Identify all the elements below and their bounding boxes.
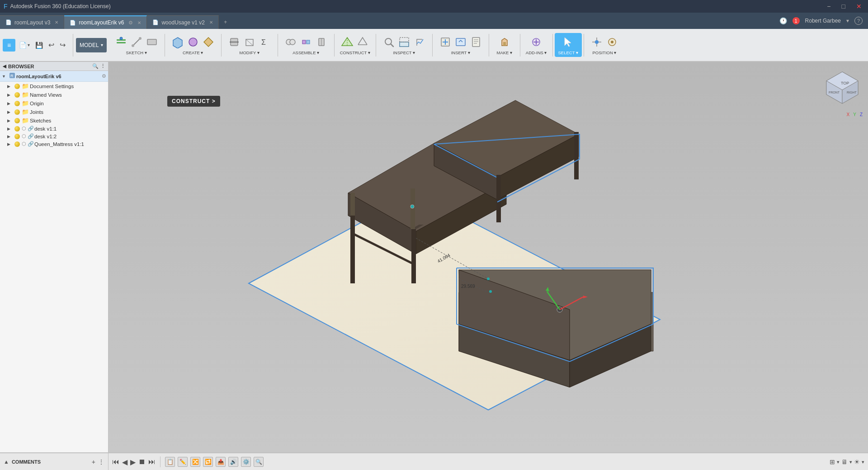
timeline-action-8[interactable]: 🔍	[254, 457, 264, 467]
playback-prev-button[interactable]: ◀	[122, 458, 127, 466]
browser-mattress[interactable]: ▶ ⬡ 🔗 Queen_Mattress v1:1	[0, 140, 108, 148]
tab-roomlayouterik-v6[interactable]: 📄 roomLayoutErik v6 ⚙ ✕	[64, 15, 147, 29]
position-section[interactable]: POSITION ▾	[586, 33, 623, 57]
svg-text:FRONT: FRONT	[829, 91, 840, 94]
axis-x-label: X	[847, 112, 850, 117]
timeline-action-4[interactable]: 🔁	[203, 457, 213, 467]
tab-close-button[interactable]: ✕	[55, 20, 58, 25]
browser-root-item[interactable]: ▼ R roomLayoutErik v6 ⚙	[0, 71, 108, 82]
tab-close-3-button[interactable]: ✕	[209, 20, 213, 25]
toolbar: ≡ 📄▾ 💾 ↩ ↪ MODEL ▾	[0, 29, 868, 61]
comments-bar: ▲ COMMENTS + ⋮	[0, 453, 108, 470]
desk2-link-icon: 🔗	[28, 133, 34, 139]
modify-section[interactable]: Σ MODIFY ▾	[223, 33, 276, 57]
browser-collapse-icon[interactable]: ◀	[3, 64, 6, 69]
browser-origin[interactable]: ▶ 📁 Origin	[0, 99, 108, 108]
mattress-label: Queen_Mattress v1:1	[34, 141, 106, 147]
browser-desk-2[interactable]: ▶ ⬡ 🔗 desk v1:2	[0, 132, 108, 140]
maximize-button[interactable]: □	[839, 2, 848, 11]
save-button[interactable]: 💾	[33, 41, 45, 50]
undo-button[interactable]: ↩	[47, 40, 56, 50]
close-button[interactable]: ✕	[854, 2, 864, 11]
browser-header: ◀ BROWSER 🔍 ⋮	[0, 62, 108, 71]
user-dropdown-icon[interactable]: ▾	[846, 18, 849, 24]
tab-settings-icon[interactable]: ⚙	[128, 20, 133, 26]
viewcube[interactable]: TOP FRONT RIGHT X Y Z	[822, 67, 863, 108]
browser-search-icon[interactable]: 🔍	[92, 63, 99, 69]
tab-add-button[interactable]: +	[219, 15, 232, 29]
grid-icon[interactable]: ⊞	[830, 458, 835, 465]
svg-line-9	[246, 39, 253, 46]
playback-next-button[interactable]: ⏭	[148, 458, 156, 466]
minimize-button[interactable]: −	[824, 2, 833, 11]
root-settings-icon[interactable]: ⚙	[102, 73, 106, 79]
comments-menu-icon[interactable]: ⋮	[98, 458, 104, 465]
timeline-action-3[interactable]: 🔀	[190, 457, 200, 467]
comments-add-icon[interactable]: +	[92, 458, 95, 465]
named-views-light-icon	[14, 92, 21, 98]
browser-doc-settings[interactable]: ▶ 📁 Document Settings	[0, 82, 108, 90]
viewport[interactable]: 41.064 29.569 CONSTRUCT > TOP	[108, 62, 868, 452]
sketch-section[interactable]: SKETCH ▾	[110, 33, 163, 57]
timeline-action-1[interactable]: 📋	[165, 457, 175, 467]
timeline-action-6[interactable]: 🔊	[228, 457, 238, 467]
create-section[interactable]: CREATE ▾	[167, 33, 219, 57]
svg-rect-14	[307, 40, 310, 44]
browser-sketches[interactable]: ▶ 📁 Sketches	[0, 116, 108, 125]
sketches-label: Sketches	[30, 118, 106, 123]
titlebar-left: F Autodesk Fusion 360 (Education License…	[4, 3, 111, 10]
inspect-section[interactable]: INSPECT ▾	[378, 33, 430, 57]
construct-icons	[340, 35, 370, 49]
timeline-action-2[interactable]: ✏️	[178, 457, 188, 467]
app-title: Autodesk Fusion 360 (Education License)	[10, 3, 111, 9]
tab-icon-active: 📄	[70, 20, 76, 26]
timeline-action-5[interactable]: 📤	[216, 457, 226, 467]
browser-title: BROWSER	[8, 64, 34, 69]
select-section[interactable]: SELECT ▾	[555, 33, 582, 57]
display-mode-icon[interactable]: 🖥	[841, 458, 848, 465]
make-section[interactable]: MAKE ▾	[491, 33, 518, 57]
create-icon-1	[170, 35, 185, 49]
insert-section[interactable]: INSERT ▾	[434, 33, 487, 57]
svg-point-2	[120, 37, 123, 40]
doc-settings-folder-icon: 📁	[22, 83, 29, 89]
inspect-icons	[382, 35, 427, 49]
construct-section[interactable]: CONSTRUCT ▾	[336, 33, 374, 57]
redo-button[interactable]: ↪	[58, 40, 67, 50]
view-options-icon[interactable]: ▾	[837, 459, 840, 465]
sketches-folder-icon: 📁	[22, 117, 29, 124]
comments-expand-icon[interactable]: ▲	[4, 459, 9, 465]
user-name[interactable]: Robert Garbee	[805, 18, 841, 24]
browser-joints[interactable]: ▶ 📁 Joints	[0, 108, 108, 116]
timeline-action-7[interactable]: ⚙️	[241, 457, 251, 467]
playback-play-button[interactable]: ▶	[130, 458, 136, 466]
app-menu-button[interactable]: ≡	[3, 39, 15, 52]
assemble-icons	[283, 35, 329, 49]
origin-caret: ▶	[7, 101, 14, 106]
tab-icon-3: 📄	[152, 19, 159, 25]
playback-first-button[interactable]: ⏮	[112, 458, 119, 466]
help-button[interactable]: ?	[854, 17, 863, 25]
insert-icon-3	[469, 35, 483, 49]
svg-text:Σ: Σ	[261, 38, 266, 46]
desk1-light-icon	[14, 126, 21, 132]
browser-desk-1[interactable]: ▶ ⬡ 🔗 desk v1:1	[0, 125, 108, 132]
tab-roomlayout-v3[interactable]: 📄 roomLayout v3 ✕	[0, 15, 64, 29]
viewport-controls-right: ⊞ ▾ 🖥 ▾ ☀ ▾	[830, 458, 864, 465]
addins-section[interactable]: ADD-INS ▾	[522, 33, 551, 57]
make-label: MAKE ▾	[497, 50, 513, 55]
assemble-section[interactable]: ASSEMBLE ▾	[280, 33, 332, 57]
render-mode-icon[interactable]: ☀	[854, 458, 860, 465]
desk-gizmo[interactable]	[410, 205, 414, 208]
browser-options-icon[interactable]: ⋮	[100, 63, 105, 69]
tab-woodusage[interactable]: 📄 woodUsage v1 v2 ✕	[147, 15, 218, 29]
model-dropdown[interactable]: MODEL ▾	[76, 38, 107, 52]
display-mode-dropdown[interactable]: ▾	[849, 459, 852, 465]
tabbar: 📄 roomLayout v3 ✕ 📄 roomLayoutErik v6 ⚙ …	[0, 13, 774, 29]
playback-stop-button[interactable]: ⏹	[138, 458, 146, 466]
desk2-leg-r	[574, 132, 579, 179]
tab-close-active-button[interactable]: ✕	[137, 20, 141, 25]
render-mode-dropdown[interactable]: ▾	[862, 459, 864, 465]
new-button[interactable]: 📄▾	[17, 41, 32, 50]
browser-named-views[interactable]: ▶ 📁 Named Views	[0, 90, 108, 99]
